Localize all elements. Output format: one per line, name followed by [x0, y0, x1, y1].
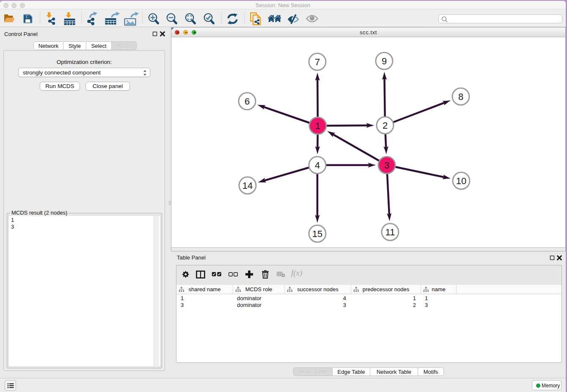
svg-text:4: 4 [315, 160, 320, 171]
svg-text:8: 8 [458, 91, 463, 102]
svg-text:15: 15 [312, 229, 322, 239]
svg-text:9: 9 [382, 56, 387, 66]
svg-text:3: 3 [384, 160, 389, 171]
svg-text:2: 2 [383, 120, 388, 131]
svg-text:1: 1 [315, 121, 320, 131]
svg-text:7: 7 [315, 57, 320, 67]
svg-text:14: 14 [242, 180, 253, 191]
svg-text:11: 11 [385, 227, 395, 237]
svg-text:10: 10 [456, 176, 466, 186]
svg-text:6: 6 [245, 96, 250, 107]
